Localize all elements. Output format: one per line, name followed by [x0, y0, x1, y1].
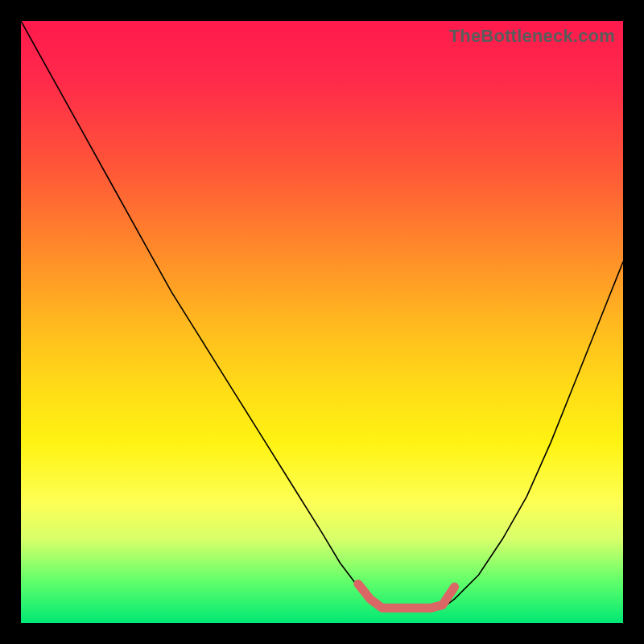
chart-frame: TheBottleneck.com: [0, 0, 644, 644]
accent-path: [358, 584, 455, 608]
bottleneck-curve: [21, 21, 623, 623]
plot-area: TheBottleneck.com: [21, 21, 623, 623]
watermark-text: TheBottleneck.com: [449, 26, 615, 47]
curve-path: [21, 21, 623, 611]
